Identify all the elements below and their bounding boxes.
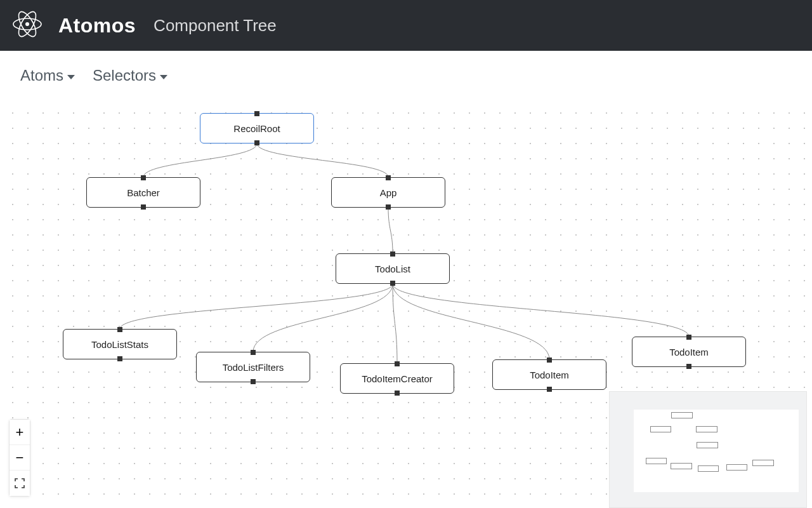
page-title: Component Tree [154, 16, 277, 36]
svg-point-3 [25, 22, 29, 26]
zoom-in-button[interactable]: + [10, 420, 30, 445]
tree-node-TodoListStats[interactable]: TodoListStats [63, 329, 177, 359]
node-handle-top[interactable] [386, 175, 391, 180]
chevron-down-icon [67, 75, 75, 79]
tree-edge [393, 284, 549, 359]
tree-node-App[interactable]: App [331, 177, 445, 208]
app-header: Atomos Component Tree [0, 0, 812, 51]
minimap-node [646, 458, 667, 464]
selectors-dropdown-label: Selectors [93, 67, 156, 84]
minimap-node [698, 465, 719, 472]
minimap[interactable] [609, 391, 807, 508]
node-handle-top[interactable] [141, 175, 146, 180]
tree-node-TodoListFilters[interactable]: TodoListFilters [196, 352, 310, 382]
tree-node-TodoItem2[interactable]: TodoItem [632, 337, 746, 367]
tree-canvas[interactable]: + − RecoilRootBatcherAppTodoListTodoList… [0, 100, 812, 508]
tree-node-label: TodoItem [669, 347, 709, 358]
tree-edge [120, 284, 393, 329]
tree-node-RecoilRoot[interactable]: RecoilRoot [200, 113, 314, 144]
minimap-viewport [634, 410, 799, 492]
brand-name: Atomos [58, 14, 136, 37]
fit-view-button[interactable] [10, 471, 30, 496]
selectors-dropdown[interactable]: Selectors [93, 67, 167, 84]
atom-logo-icon [11, 8, 43, 43]
brand-block: Atomos [11, 8, 136, 43]
tree-node-Batcher[interactable]: Batcher [86, 177, 200, 208]
atoms-dropdown[interactable]: Atoms [20, 67, 75, 84]
node-handle-bottom[interactable] [251, 379, 256, 384]
node-handle-top[interactable] [254, 111, 259, 116]
node-handle-top[interactable] [395, 361, 400, 366]
node-handle-bottom[interactable] [395, 391, 400, 396]
minimap-node [696, 426, 717, 432]
node-handle-bottom[interactable] [547, 387, 552, 392]
node-handle-top[interactable] [117, 327, 122, 332]
tree-edge [257, 144, 388, 177]
atoms-dropdown-label: Atoms [20, 67, 63, 84]
node-handle-bottom[interactable] [141, 204, 146, 210]
minimap-node [671, 463, 692, 469]
zoom-out-button[interactable]: − [10, 445, 30, 471]
fullscreen-icon [15, 478, 25, 488]
node-handle-top[interactable] [390, 251, 395, 257]
tree-node-TodoItem1[interactable]: TodoItem [492, 359, 606, 390]
node-handle-top[interactable] [547, 358, 552, 363]
node-handle-top[interactable] [251, 350, 256, 355]
subnav: Atoms Selectors [0, 51, 812, 100]
node-handle-bottom[interactable] [254, 140, 259, 145]
tree-edge [393, 284, 397, 363]
minimap-node [726, 464, 748, 471]
tree-node-label: Batcher [127, 187, 160, 198]
minimap-node [752, 460, 774, 466]
tree-node-label: TodoList [375, 264, 410, 274]
tree-node-label: RecoilRoot [233, 123, 280, 134]
tree-node-TodoList[interactable]: TodoList [336, 253, 450, 284]
tree-node-label: TodoListStats [91, 339, 148, 350]
tree-node-label: TodoItemCreator [362, 373, 433, 384]
node-handle-bottom[interactable] [686, 364, 691, 369]
tree-node-label: App [380, 187, 397, 198]
node-handle-top[interactable] [686, 335, 691, 340]
tree-node-TodoItemCreator[interactable]: TodoItemCreator [340, 363, 454, 394]
tree-node-label: TodoListFilters [223, 362, 284, 373]
node-handle-bottom[interactable] [386, 204, 391, 210]
chevron-down-icon [160, 75, 167, 79]
tree-edge [253, 284, 393, 352]
minimap-node [697, 442, 718, 448]
node-handle-bottom[interactable] [117, 356, 122, 361]
tree-edge [143, 144, 257, 177]
minimap-node [650, 426, 672, 432]
node-handle-bottom[interactable] [390, 281, 395, 286]
tree-edge [393, 284, 689, 337]
zoom-controls: + − [9, 419, 30, 497]
tree-edge [388, 208, 393, 253]
minimap-node [671, 412, 693, 418]
tree-node-label: TodoItem [530, 370, 569, 380]
